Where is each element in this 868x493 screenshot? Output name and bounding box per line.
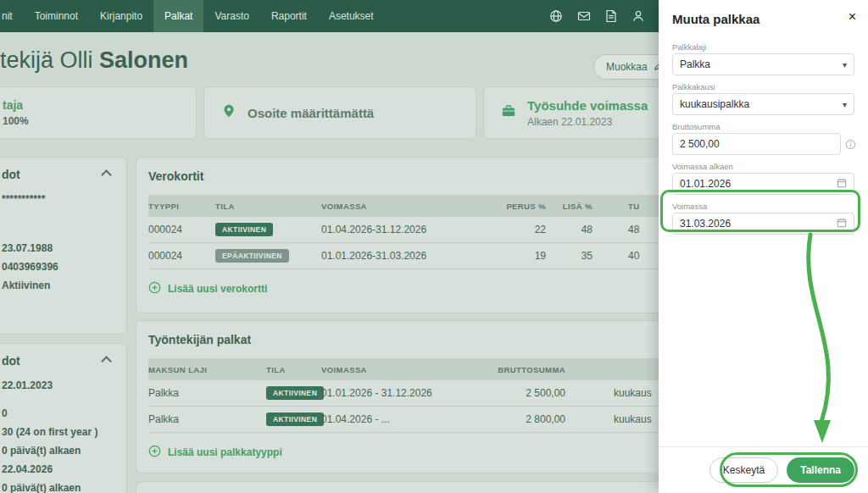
- nav-item-varasto[interactable]: Varasto: [203, 0, 259, 32]
- plus-circle-icon: [148, 281, 161, 296]
- cancel-button[interactable]: Keskeytä: [709, 457, 778, 483]
- save-button[interactable]: Tallenna: [787, 457, 854, 483]
- vacation-days-value: 30 (24 on first year ): [2, 426, 113, 439]
- voimassa-field: Voimassa 31.03.2026: [672, 202, 854, 235]
- status-badge: AKTIIVINEN: [266, 386, 324, 400]
- col-voimassa: VOIMASSA: [321, 365, 474, 374]
- status-value: Aktiivinen: [2, 280, 113, 292]
- salaries-table-header: MAKSUN LAJI TILA VOIMASSA BRUTTOSUMMA: [148, 358, 682, 380]
- sidebar-section-personal: dot *********** 23.07.1988 0403969396 Ak…: [0, 157, 127, 335]
- tax-cards-table-header: TYYPPI TILA VOIMASSA PERUS % LISÄ % TU: [148, 195, 682, 217]
- voimassa-label: Voimassa: [672, 202, 854, 211]
- add-salary-type-label: Lisää uusi palkkatyyppi: [168, 446, 282, 458]
- palkkakausi-field: Palkkakausi kuukausipalkka ▾: [672, 82, 854, 115]
- employment-status-title: Työsuhde voimassa: [527, 98, 648, 113]
- sidebar-section-employment-header[interactable]: dot: [2, 354, 113, 368]
- col-tyyppi: TYYPPI: [148, 202, 215, 211]
- employment-type-percentage: 100%: [3, 115, 29, 127]
- calendar-icon: [837, 176, 847, 191]
- cell-extra-pct: 35: [546, 250, 593, 262]
- voimassa-alkaen-input[interactable]: 01.01.2026: [672, 173, 854, 195]
- panel-footer: Keskeytä Tallenna: [659, 446, 868, 493]
- status-badge: AKTIIVINEN: [215, 223, 273, 236]
- chevron-up-icon: [101, 356, 112, 367]
- edit-button-label: Muokkaa: [606, 61, 648, 73]
- cell-gross: 2 500,00: [474, 387, 565, 399]
- employment-type-card: taja 100%: [0, 86, 197, 139]
- nav-items: nit Toiminnot Kirjanpito Palkat Varasto …: [0, 0, 385, 32]
- table-row[interactable]: Palkka AKTIIVINEN 01.01.2026 - 31.12.202…: [148, 380, 682, 407]
- chevron-down-icon: ▾: [843, 60, 847, 69]
- phone-value: 0403969396: [2, 261, 113, 274]
- user-icon[interactable]: [632, 9, 645, 23]
- sidebar-section-employment-title: dot: [2, 354, 20, 368]
- bruttosumma-field: Bruttosumma 2 500,00: [672, 122, 854, 155]
- col-maksun-laji: MAKSUN LAJI: [148, 365, 266, 374]
- voimassa-alkaen-label: Voimassa alkaen: [672, 162, 854, 171]
- col-lisa: LISÄ %: [546, 202, 593, 211]
- col-voimassa: VOIMASSA: [321, 202, 482, 211]
- days-since-value-2: 0 päivä(t) alkaen: [2, 482, 113, 493]
- nav-item-asetukset[interactable]: Asetukset: [318, 0, 385, 32]
- info-icon[interactable]: [845, 138, 856, 153]
- start-date-value: 22.01.2023: [2, 379, 113, 392]
- table-row[interactable]: 000024 AKTIIVINEN 01.04.2026-31.12.2026 …: [148, 217, 682, 243]
- globe-icon[interactable]: [549, 9, 563, 23]
- salaries-title: Työntekijän palkat: [148, 333, 682, 346]
- nav-item-toiminnot[interactable]: Toiminnot: [24, 0, 89, 32]
- address-card: Osoite määrittämättä: [203, 86, 476, 139]
- nav-item-truncated[interactable]: nit: [0, 0, 24, 32]
- page-title-prefix: tekijä Olli: [0, 47, 93, 73]
- add-salary-type-link[interactable]: Lisää uusi palkkatyyppi: [148, 445, 282, 460]
- cell-valid: 01.04.2026 - ...: [321, 413, 474, 425]
- page-title-name: Salonen: [99, 47, 188, 73]
- palkkalaji-select[interactable]: Palkka ▾: [672, 53, 854, 75]
- tax-cards-title: Verokortit: [148, 169, 682, 183]
- status-badge: AKTIIVINEN: [266, 413, 324, 426]
- palkkakausi-select[interactable]: kuukausipalkka ▾: [672, 93, 854, 115]
- cell-gross: 2 800,00: [474, 413, 565, 425]
- bruttosumma-input[interactable]: 2 500,00: [672, 133, 841, 155]
- birthdate-value: 23.07.1988: [2, 242, 113, 255]
- page-title: tekijä Olli Salonen: [0, 47, 188, 74]
- col-perus: PERUS %: [482, 202, 546, 211]
- briefcase-icon: [501, 103, 516, 122]
- col-bruttosumma: BRUTTOSUMMA: [474, 365, 565, 374]
- close-icon[interactable]: ×: [849, 9, 856, 25]
- calendar-icon: [837, 216, 847, 231]
- sidebar-section-employment: dot 22.01.2023 0 30 (24 on first year ) …: [0, 343, 127, 493]
- nav-item-raportit[interactable]: Raportit: [260, 0, 318, 32]
- nav-item-kirjanpito[interactable]: Kirjanpito: [89, 0, 153, 32]
- nav-item-palkat[interactable]: Palkat: [153, 0, 203, 32]
- bruttosumma-label: Bruttosumma: [672, 122, 854, 131]
- next-section-card: [136, 481, 695, 493]
- voimassa-input[interactable]: 31.03.2026: [672, 213, 854, 235]
- location-pin-icon: [221, 103, 236, 122]
- panel-form: Palkkalaji Palkka ▾ Palkkakausi kuukausi…: [659, 36, 868, 235]
- cell-valid: 01.04.2026-31.12.2026: [321, 224, 482, 235]
- palkkalaji-label: Palkkalaji: [672, 42, 854, 52]
- palkkalaji-field: Palkkalaji Palkka ▾: [672, 42, 854, 75]
- add-tax-card-label: Lisää uusi verokortti: [168, 283, 267, 295]
- voimassa-alkaen-field: Voimassa alkaen 01.01.2026: [672, 162, 854, 195]
- table-row[interactable]: 000024 EPÄAKTIIVINEN 01.01.2026-31.03.20…: [148, 243, 682, 269]
- cell-extra-pct: 48: [546, 224, 593, 235]
- document-icon[interactable]: [605, 9, 617, 23]
- cell-valid: 01.01.2026 - 31.12.2026: [321, 387, 474, 399]
- mail-icon[interactable]: [577, 9, 591, 23]
- add-tax-card-link[interactable]: Lisää uusi verokortti: [148, 281, 267, 296]
- cell-base-pct: 19: [482, 250, 546, 262]
- address-status-text: Osoite määrittämättä: [248, 106, 374, 120]
- employment-type-title: taja: [3, 98, 29, 112]
- status-badge: EPÄAKTIIVINEN: [215, 249, 289, 263]
- cell-pay-type: Palkka: [148, 387, 266, 399]
- chevron-down-icon: ▾: [843, 100, 847, 109]
- col-tila: TILA: [215, 202, 321, 211]
- col-tila: TILA: [266, 365, 321, 374]
- sidebar-section-personal-header[interactable]: dot: [2, 168, 113, 181]
- cell-type: 000024: [148, 224, 215, 235]
- masked-ssn-value: ***********: [2, 193, 113, 206]
- table-row[interactable]: Palkka AKTIIVINEN 01.04.2026 - ... 2 800…: [148, 407, 682, 433]
- tax-cards-section: Verokortit TYYPPI TILA VOIMASSA PERUS % …: [136, 157, 695, 313]
- cell-pay-type: Palkka: [148, 413, 266, 425]
